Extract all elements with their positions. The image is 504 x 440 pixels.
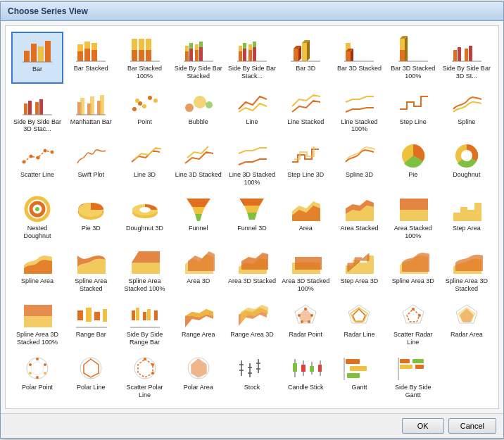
chart-item-spline-area-3d-stacked[interactable]: Spline Area 3D Stacked (441, 244, 493, 296)
chart-item-spline-area-stacked[interactable]: Spline Area Stacked (65, 244, 117, 296)
chart-item-radar-area[interactable]: Radar Area (441, 298, 493, 350)
svg-marker-96 (187, 199, 210, 207)
chart-icon-spline-area-stacked (75, 248, 107, 276)
chart-item-funnel-3d[interactable]: Funnel 3D (226, 191, 278, 244)
chart-label-side-by-side-bar-stack: Side By Side Bar Stack... (228, 65, 276, 80)
chart-item-range-area[interactable]: Range Area (172, 298, 225, 350)
chart-label-pie: Pie (408, 171, 417, 179)
chart-item-side-by-side-bar-stack[interactable]: Side By Side Bar Stack... (226, 32, 278, 84)
chart-item-bar-stacked[interactable]: Bar Stacked (65, 32, 117, 84)
chart-grid: BarBar StackedBar Stacked 100%Side By Si… (11, 32, 493, 403)
chart-item-step-area[interactable]: Step Area (441, 191, 493, 244)
chart-item-range-area-3d[interactable]: Range Area 3D (226, 298, 278, 350)
svg-rect-35 (253, 42, 256, 47)
chart-label-spline-area-3d-stacked-100: Spline Area 3D Stacked 100% (13, 331, 61, 346)
svg-rect-60 (28, 101, 32, 115)
chart-item-side-by-side-range-bar[interactable]: Side By Side Range Bar (118, 298, 170, 350)
svg-marker-101 (247, 213, 257, 220)
chart-item-doughnut-3d[interactable]: Doughnut 3D (118, 191, 170, 244)
chart-icon-bar-stacked-100 (129, 35, 161, 63)
chart-item-area-3d-stacked-100[interactable]: Area 3D Stacked 100% (279, 244, 332, 296)
chart-item-polar-line[interactable]: Polar Line (65, 351, 117, 403)
chart-item-range-bar[interactable]: Range Bar (65, 298, 117, 350)
chart-label-bar: Bar (32, 65, 42, 73)
chart-item-spline-area[interactable]: Spline Area (11, 244, 63, 296)
svg-rect-62 (39, 99, 43, 115)
chart-item-bar-3d-stacked[interactable]: Bar 3D Stacked (333, 32, 385, 84)
chart-item-spline-area-3d[interactable]: Spline Area 3D (387, 244, 439, 296)
chart-item-step-line[interactable]: Step Line (387, 85, 439, 137)
chart-item-bar-stacked-100[interactable]: Bar Stacked 100% (118, 32, 170, 84)
svg-rect-9 (92, 50, 97, 61)
chart-icon-line-stacked (289, 89, 322, 117)
chart-item-area-stacked[interactable]: Area Stacked (333, 191, 385, 244)
chart-item-nested-doughnut[interactable]: Nested Doughnut (11, 191, 63, 244)
chart-item-spline-3d[interactable]: Spline 3D (333, 138, 385, 190)
svg-rect-123 (132, 310, 135, 320)
chart-item-bubble[interactable]: Bubble (172, 85, 225, 137)
chart-item-stock[interactable]: Stock (226, 351, 278, 403)
chart-item-side-by-side-bar-stacked[interactable]: Side By Side Bar Stacked (172, 32, 225, 84)
ok-button[interactable]: OK (402, 418, 444, 434)
chart-item-candle-stick[interactable]: Candle Stick (279, 351, 332, 403)
chart-item-point[interactable]: Point (118, 85, 170, 137)
chart-item-line-3d-stacked-100[interactable]: Line 3D Stacked 100% (226, 138, 278, 190)
chart-item-bar-3d[interactable]: Bar 3D (279, 32, 332, 84)
chart-label-line-stacked: Line Stacked (287, 118, 324, 126)
chart-item-radar-point[interactable]: Radar Point (279, 298, 332, 350)
chart-item-manhattan-bar[interactable]: Manhattan Bar (65, 85, 117, 137)
chart-item-area-3d-stacked[interactable]: Area 3D Stacked (226, 244, 278, 296)
chart-item-area-3d[interactable]: Area 3D (172, 244, 225, 296)
chart-item-line[interactable]: Line (226, 85, 278, 137)
chart-item-gantt[interactable]: Gantt (333, 351, 385, 403)
chart-item-side-by-side-bar-3d-stac[interactable]: Side By Side Bar 3D Stac... (11, 85, 63, 137)
chart-item-radar-line[interactable]: Radar Line (333, 298, 385, 350)
chart-item-scatter-radar-line[interactable]: Scatter Radar Line (387, 298, 439, 350)
chart-item-swift-plot[interactable]: Swift Plot (65, 138, 117, 190)
chart-item-line-stacked-100[interactable]: Line Stacked 100% (333, 85, 385, 137)
chart-item-side-by-side-gantt[interactable]: Side By Side Gantt (387, 351, 439, 403)
chart-label-polar-line: Polar Line (77, 384, 106, 391)
svg-point-158 (29, 363, 32, 366)
chart-label-side-by-side-bar-3d-stac: Side By Side Bar 3D Stac... (13, 118, 61, 134)
chart-item-area[interactable]: Area (279, 191, 332, 244)
chart-item-line-3d[interactable]: Line 3D (118, 138, 170, 190)
svg-marker-100 (244, 206, 260, 213)
chart-icon-range-area (182, 301, 215, 329)
chart-item-pie-3d[interactable]: Pie 3D (65, 191, 117, 244)
chart-label-range-area-3d: Range Area 3D (230, 331, 274, 339)
chart-item-scatter-line[interactable]: Scatter Line (11, 138, 63, 190)
chart-item-polar-point[interactable]: Polar Point (11, 351, 63, 403)
chart-item-polar-area[interactable]: Polar Area (172, 351, 225, 403)
svg-marker-162 (138, 359, 153, 377)
chart-label-line: Line (246, 118, 258, 126)
svg-rect-14 (139, 50, 144, 61)
svg-point-138 (308, 320, 310, 323)
chart-item-pie[interactable]: Pie (387, 138, 439, 190)
chart-item-line-3d-stacked[interactable]: Line 3D Stacked (172, 138, 225, 190)
svg-point-81 (30, 155, 33, 158)
chart-icon-area-3d-stacked-100 (289, 248, 322, 276)
chart-icon-manhattan-bar (75, 89, 107, 117)
chart-item-spline-area-stacked-100[interactable]: Spline Area Stacked 100% (118, 244, 170, 296)
chart-item-spline-area-3d-stacked-100[interactable]: Spline Area 3D Stacked 100% (11, 298, 63, 350)
chart-item-doughnut[interactable]: Doughnut (441, 138, 493, 190)
chart-icon-side-by-side-range-bar (129, 301, 161, 329)
svg-rect-1 (31, 44, 37, 62)
chart-item-area-stacked-100[interactable]: Area Stacked 100% (387, 191, 439, 244)
chart-label-stock: Stock (244, 384, 260, 391)
svg-rect-191 (412, 359, 424, 363)
cancel-button[interactable]: Cancel (448, 418, 496, 434)
svg-rect-24 (195, 44, 199, 50)
chart-item-scatter-polar-line[interactable]: Scatter Polar Line (118, 351, 170, 403)
chart-item-side-by-side-bar-3d-st[interactable]: Side By Side Bar 3D St... (441, 32, 493, 84)
chart-item-funnel[interactable]: Funnel (172, 191, 225, 244)
chart-item-step-line-3d[interactable]: Step Line 3D (279, 138, 332, 190)
chart-icon-step-area (451, 195, 483, 223)
choose-series-view-dialog: Choose Series View BarBar StackedBar Sta… (0, 1, 504, 439)
chart-item-step-area-3d[interactable]: Step Area 3D (333, 244, 385, 296)
chart-item-spline[interactable]: Spline (441, 85, 493, 137)
chart-item-bar-3d-stacked-100[interactable]: Bar 3D Stacked 100% (387, 32, 439, 84)
chart-item-bar[interactable]: Bar (11, 32, 63, 84)
chart-item-line-stacked[interactable]: Line Stacked (279, 85, 332, 137)
